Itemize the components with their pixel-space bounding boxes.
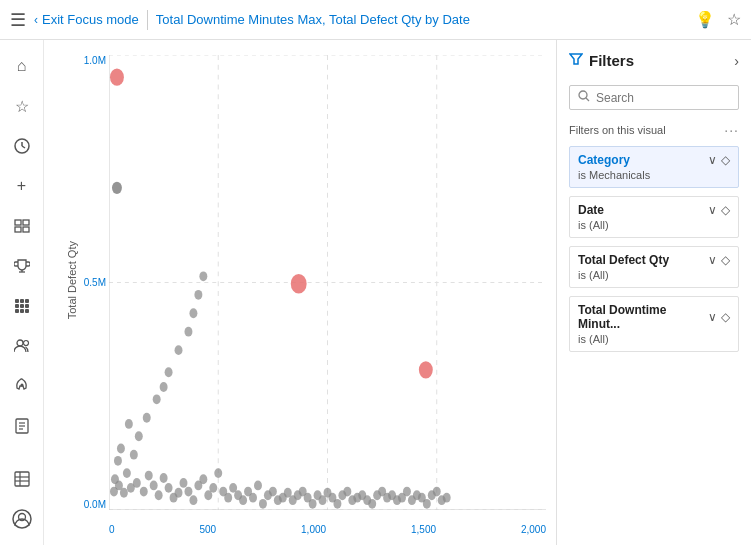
main-content: ⌂ ☆ + xyxy=(0,40,751,545)
nav-home[interactable]: ⌂ xyxy=(4,48,40,84)
nav-recent[interactable] xyxy=(4,128,40,164)
chart-title: Total Downtime Minutes Max, Total Defect… xyxy=(156,12,687,27)
svg-point-60 xyxy=(135,431,143,441)
docs-icon xyxy=(14,418,30,434)
svg-rect-16 xyxy=(20,309,24,313)
svg-point-116 xyxy=(194,290,202,300)
svg-point-18 xyxy=(17,340,23,346)
svg-point-40 xyxy=(112,182,122,194)
svg-point-101 xyxy=(343,487,351,497)
scatter-svg-container xyxy=(109,55,546,510)
svg-rect-11 xyxy=(25,299,29,303)
filter-card-downtime-expand-icon[interactable]: ∨ xyxy=(708,310,717,324)
nav-profile[interactable] xyxy=(4,501,40,537)
browse-icon xyxy=(14,218,30,234)
filter-card-clear-icon[interactable]: ◇ xyxy=(721,153,730,167)
filter-card-defectqty-expand-icon[interactable]: ∨ xyxy=(708,253,717,267)
bookmark-icon[interactable]: ☆ xyxy=(727,10,741,29)
svg-line-128 xyxy=(586,98,589,101)
filter-card-category-icons: ∨ ◇ xyxy=(708,153,730,167)
svg-point-85 xyxy=(269,487,277,497)
filter-card-date-clear-icon[interactable]: ◇ xyxy=(721,203,730,217)
svg-point-107 xyxy=(368,499,376,509)
svg-point-69 xyxy=(209,483,217,493)
filters-header: Filters › xyxy=(569,52,739,77)
svg-point-114 xyxy=(189,308,197,318)
svg-point-99 xyxy=(333,499,341,509)
nav-create[interactable]: + xyxy=(4,168,40,204)
svg-point-125 xyxy=(199,271,207,281)
svg-point-56 xyxy=(155,490,163,500)
x-tick-500: 500 xyxy=(199,524,216,535)
svg-rect-13 xyxy=(20,304,24,308)
svg-rect-5 xyxy=(15,227,21,232)
svg-point-82 xyxy=(165,367,173,377)
filters-expand-icon[interactable]: › xyxy=(734,53,739,69)
filters-panel: Filters › Filters on this visual ··· xyxy=(556,40,751,545)
search-input[interactable] xyxy=(596,91,746,105)
svg-point-67 xyxy=(199,474,207,484)
svg-point-122 xyxy=(433,487,441,497)
y-tick-05m: 0.5M xyxy=(84,277,106,288)
svg-point-75 xyxy=(153,394,161,404)
svg-rect-6 xyxy=(23,227,29,232)
trophy-icon xyxy=(14,258,30,274)
insights-icon[interactable]: 💡 xyxy=(695,10,715,29)
filter-card-date-expand-icon[interactable]: ∨ xyxy=(708,203,717,217)
left-nav: ⌂ ☆ + xyxy=(0,40,44,545)
svg-point-94 xyxy=(309,499,317,509)
top-bar-actions: 💡 ☆ xyxy=(695,10,741,29)
filter-card-category[interactable]: Category ∨ ◇ is Mechanicals xyxy=(569,146,739,188)
svg-point-83 xyxy=(259,499,267,509)
filter-card-date[interactable]: Date ∨ ◇ is (All) xyxy=(569,196,739,238)
nav-learn[interactable] xyxy=(4,368,40,404)
apps-icon xyxy=(14,298,30,314)
filter-card-date-icons: ∨ ◇ xyxy=(708,203,730,217)
filters-title: Filters xyxy=(589,52,634,69)
svg-point-78 xyxy=(239,495,247,505)
svg-point-62 xyxy=(175,488,183,498)
exit-focus-button[interactable]: ‹ Exit Focus mode xyxy=(34,12,139,27)
svg-point-51 xyxy=(140,487,148,497)
filter-card-defectqty-header: Total Defect Qty ∨ ◇ xyxy=(578,253,730,267)
svg-point-57 xyxy=(160,473,168,483)
filter-card-defectqty-clear-icon[interactable]: ◇ xyxy=(721,253,730,267)
x-tick-1500: 1,500 xyxy=(411,524,436,535)
nav-goals[interactable] xyxy=(4,248,40,284)
svg-rect-3 xyxy=(15,220,21,225)
filter-card-downtime[interactable]: Total Downtime Minut... ∨ ◇ is (All) xyxy=(569,296,739,352)
filter-card-downtime-clear-icon[interactable]: ◇ xyxy=(721,310,730,324)
nav-apps[interactable] xyxy=(4,288,40,324)
nav-browse[interactable] xyxy=(4,208,40,244)
x-tick-2000: 2,000 xyxy=(521,524,546,535)
search-box[interactable] xyxy=(569,85,739,110)
x-tick-0: 0 xyxy=(109,524,115,535)
menu-icon[interactable]: ☰ xyxy=(10,9,26,31)
filter-card-defectqty-value: is (All) xyxy=(578,269,730,281)
svg-rect-4 xyxy=(23,220,29,225)
chart-area: Total Defect Qty 1.0M 0.5M 0.0M xyxy=(44,40,556,545)
svg-point-58 xyxy=(165,483,173,493)
svg-point-80 xyxy=(249,493,257,503)
filter-card-downtime-icons: ∨ ◇ xyxy=(708,310,730,324)
svg-point-120 xyxy=(423,499,431,509)
people-icon xyxy=(14,338,30,354)
filter-card-defectqty-name: Total Defect Qty xyxy=(578,253,669,267)
svg-line-2 xyxy=(22,146,25,148)
nav-table[interactable] xyxy=(4,461,40,497)
filters-more-options[interactable]: ··· xyxy=(724,122,739,138)
nav-people[interactable] xyxy=(4,328,40,364)
svg-point-19 xyxy=(23,341,28,346)
svg-point-50 xyxy=(133,478,141,488)
svg-point-61 xyxy=(125,419,133,429)
search-icon xyxy=(578,90,590,105)
back-chevron-icon: ‹ xyxy=(34,13,38,27)
svg-rect-9 xyxy=(15,299,19,303)
filter-card-defectqty[interactable]: Total Defect Qty ∨ ◇ is (All) xyxy=(569,246,739,288)
svg-point-52 xyxy=(145,471,153,481)
filter-card-expand-icon[interactable]: ∨ xyxy=(708,153,717,167)
nav-favorites[interactable]: ☆ xyxy=(4,88,40,124)
svg-rect-14 xyxy=(25,304,29,308)
svg-point-63 xyxy=(180,478,188,488)
nav-docs[interactable] xyxy=(4,408,40,444)
